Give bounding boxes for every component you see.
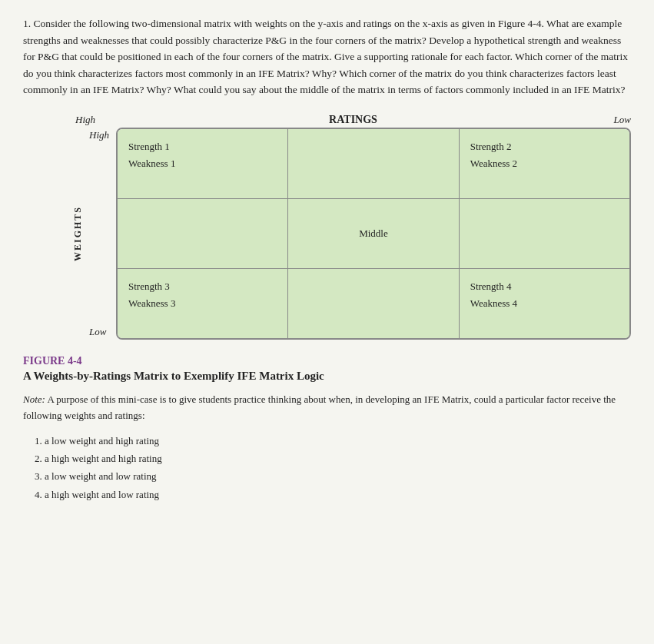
- cell-bot-right-line1: Strength 4: [470, 278, 619, 295]
- cell-mid-left: [118, 199, 288, 268]
- figure-title: A Weights-by-Ratings Matrix to Exemplify…: [23, 370, 631, 383]
- weights-label: WEIGHTS: [72, 206, 84, 261]
- question-block: 1. Consider the following two-dimensiona…: [23, 15, 631, 98]
- list-item: 3. a low weight and low rating: [35, 467, 631, 485]
- list-item: 4. a high weight and low rating: [35, 486, 631, 503]
- cell-mid-center: Middle: [288, 199, 459, 268]
- cell-bot-center: [288, 269, 459, 338]
- weights-label-container: WEIGHTS: [69, 128, 86, 340]
- side-label-low: Low: [89, 326, 116, 338]
- cell-bot-right-line2: Weakness 4: [470, 295, 619, 312]
- figure-section: FIGURE 4-4 A Weights-by-Ratings Matrix t…: [23, 355, 631, 383]
- question-number: 1.: [23, 18, 31, 29]
- matrix-row-bot: Strength 3 Weakness 3 Strength 4 Weaknes…: [118, 269, 629, 338]
- cell-top-center: [288, 129, 459, 198]
- cell-top-left: Strength 1 Weakness 1: [118, 129, 288, 198]
- note-section: Note: A purpose of this mini-case is to …: [23, 392, 631, 424]
- cell-bot-left: Strength 3 Weakness 3: [118, 269, 288, 338]
- cell-bot-left-line1: Strength 3: [128, 278, 277, 295]
- question-text: 1. Consider the following two-dimensiona…: [23, 15, 631, 98]
- matrix-grid: Strength 1 Weakness 1 Strength 2 Weaknes…: [116, 128, 631, 340]
- cell-mid-center-content: Middle: [359, 225, 388, 242]
- matrix-section: High RATINGS Low WEIGHTS High Low Stren: [23, 114, 631, 340]
- matrix-outer: High RATINGS Low WEIGHTS High Low Stren: [69, 114, 631, 340]
- matrix-row-top: Strength 1 Weakness 1 Strength 2 Weaknes…: [118, 129, 629, 199]
- cell-top-left-line1: Strength 1: [128, 138, 277, 155]
- cell-top-right-line1: Strength 2: [470, 138, 619, 155]
- cell-top-right-line2: Weakness 2: [470, 155, 619, 172]
- matrix-row-mid: Middle: [118, 199, 629, 269]
- side-label-high: High: [89, 129, 116, 141]
- high-label-top: High: [75, 114, 168, 126]
- matrix-with-labels: WEIGHTS High Low Strength 1 Weakness 1: [69, 128, 631, 340]
- ratings-label: RATINGS: [168, 114, 539, 126]
- side-labels: High Low: [89, 128, 116, 340]
- low-label-top: Low: [539, 114, 631, 126]
- cell-top-right: Strength 2 Weakness 2: [460, 129, 629, 198]
- note-prefix: Note:: [23, 393, 45, 405]
- note-text: A purpose of this mini-case is to give s…: [23, 393, 616, 421]
- cell-bot-left-line2: Weakness 3: [128, 295, 277, 312]
- note-list: 1. a low weight and high rating2. a high…: [35, 432, 631, 504]
- question-body: Consider the following two-dimensional m…: [23, 18, 628, 95]
- cell-mid-right: [460, 199, 629, 268]
- ratings-header-row: High RATINGS Low: [69, 114, 631, 126]
- list-item: 1. a low weight and high rating: [35, 432, 631, 450]
- list-item: 2. a high weight and high rating: [35, 450, 631, 467]
- figure-label: FIGURE 4-4: [23, 355, 631, 367]
- cell-bot-right: Strength 4 Weakness 4: [460, 269, 629, 338]
- cell-top-left-line2: Weakness 1: [128, 155, 277, 172]
